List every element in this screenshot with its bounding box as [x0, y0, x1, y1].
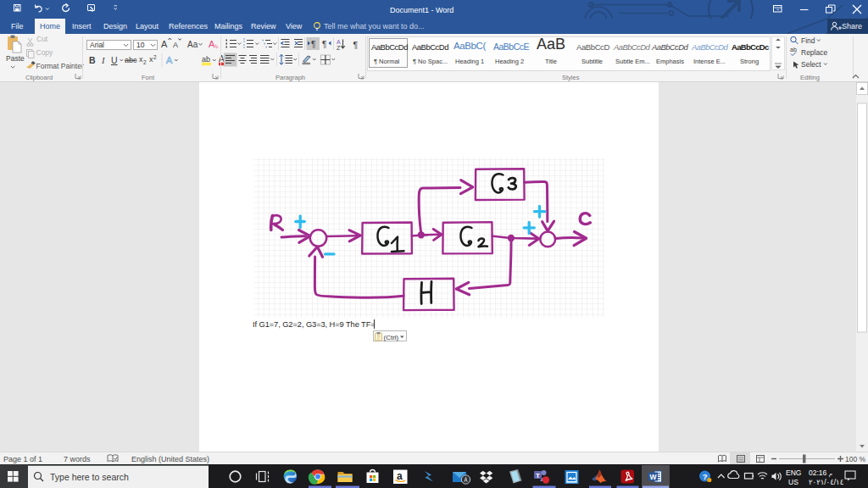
svg-text:abc: abc	[125, 56, 137, 64]
svg-text:US: US	[788, 478, 798, 486]
svg-text:02:16 م: 02:16 م	[809, 469, 832, 477]
svg-text:A: A	[337, 39, 341, 45]
svg-text:Aa: Aa	[187, 40, 198, 49]
svg-text:Z: Z	[337, 45, 341, 51]
svg-text:2: 2	[153, 54, 157, 60]
svg-text:¶: ¶	[322, 40, 326, 49]
svg-text:Document1 - Word: Document1 - Word	[390, 6, 453, 14]
svg-text:A: A	[173, 41, 178, 49]
svg-text:ENG: ENG	[786, 469, 801, 477]
svg-text:Cut: Cut	[36, 35, 48, 43]
svg-text:a: a	[397, 470, 403, 482]
svg-text:B: B	[89, 55, 96, 65]
svg-text:I: I	[101, 56, 105, 65]
svg-text:٢٠٢١/٠٤/١٤: ٢٠٢١/٠٤/١٤	[809, 478, 843, 486]
svg-text:T: T	[536, 472, 540, 480]
svg-text:A: A	[209, 39, 215, 49]
svg-text:100 %: 100 %	[845, 455, 866, 463]
svg-text:Replace: Replace	[801, 48, 827, 57]
svg-text:(Ctrl): (Ctrl)	[384, 333, 399, 341]
svg-text:2: 2	[143, 59, 147, 65]
svg-text:Copy: Copy	[36, 48, 54, 57]
svg-text:Select: Select	[801, 60, 821, 69]
svg-text:Find: Find	[801, 36, 815, 45]
svg-text:U: U	[111, 55, 118, 65]
svg-text:Paste: Paste	[6, 54, 25, 63]
svg-text:Format Painter: Format Painter	[36, 62, 84, 70]
svg-text:W: W	[650, 473, 658, 481]
svg-text:¶: ¶	[311, 40, 315, 49]
svg-text:¶: ¶	[353, 40, 359, 50]
svg-text:ab: ab	[790, 47, 797, 53]
svg-text:ab: ab	[202, 55, 210, 64]
svg-text:?: ?	[703, 472, 708, 481]
svg-text:A: A	[166, 55, 173, 65]
svg-text:A: A	[161, 39, 168, 49]
